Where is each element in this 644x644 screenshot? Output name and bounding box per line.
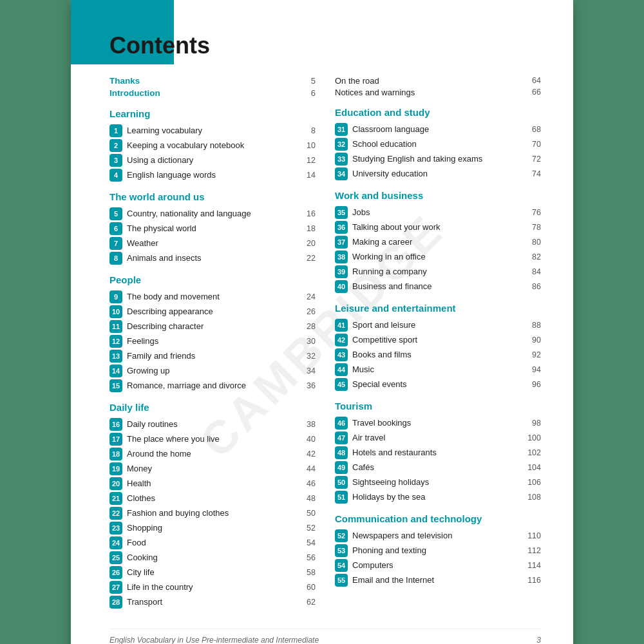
entry-row: 7Weather20 <box>109 236 316 251</box>
entry-row: 24Food54 <box>109 535 316 550</box>
entry-page: 62 <box>300 598 316 607</box>
entry-title: Studying English and taking exams <box>352 154 526 164</box>
entry-row: 25Cooking56 <box>109 550 316 565</box>
entry-number: 36 <box>335 221 348 234</box>
entry-row: 40Business and finance86 <box>335 279 541 294</box>
entry-number: 32 <box>335 138 348 151</box>
page-title: Contents <box>109 26 541 59</box>
entry-page: 106 <box>526 478 541 487</box>
entry-number: 37 <box>335 236 348 249</box>
entry-row: 42Competitive sport90 <box>335 332 541 347</box>
entry-page: 10 <box>300 141 316 150</box>
entry-title: Music <box>352 365 526 374</box>
entry-row: 41Sport and leisure88 <box>335 317 541 332</box>
entry-number: 6 <box>109 222 122 235</box>
entry-row: 45Special events96 <box>335 377 541 392</box>
entry-row: 13Family and friends32 <box>109 348 316 363</box>
entry-number: 1 <box>109 124 122 137</box>
entry-number: 10 <box>109 305 122 318</box>
entry-row: 8Animals and insects22 <box>109 251 316 265</box>
entry-number: 9 <box>109 290 122 303</box>
entry-title: Making a career <box>352 237 526 247</box>
entry-row: 19Money44 <box>109 461 316 476</box>
entry-page: 18 <box>300 224 316 233</box>
entry-page: 22 <box>300 254 316 263</box>
entry-number: 23 <box>109 522 122 535</box>
entry-number: 4 <box>109 169 122 182</box>
entry-page: 76 <box>526 208 541 217</box>
entry-title: Sport and leisure <box>352 320 526 330</box>
entry-title: Books and films <box>352 350 526 359</box>
entry-row: 28Transport62 <box>109 594 316 609</box>
entry-number: 55 <box>335 574 348 587</box>
entry-number: 42 <box>335 334 348 346</box>
entry-page: 32 <box>300 352 316 361</box>
entry-page: 58 <box>300 568 316 577</box>
section-header: Learning <box>109 108 316 119</box>
entry-page: 114 <box>526 561 541 570</box>
entry-row: 26City life58 <box>109 565 316 580</box>
entry-title: Describing character <box>127 321 300 331</box>
entry-number: 31 <box>335 123 348 136</box>
entry-title: Cooking <box>127 553 300 562</box>
entry-page: 104 <box>526 463 541 472</box>
entry-title: Around the home <box>127 449 300 459</box>
entry-page: 92 <box>526 350 541 359</box>
entry-title: English language words <box>127 170 300 180</box>
entry-title: Computers <box>352 560 526 570</box>
entry-title: Food <box>127 538 300 547</box>
entry-title: Weather <box>127 238 300 248</box>
entry-number: 12 <box>109 335 122 348</box>
entry-page: 26 <box>300 307 316 316</box>
entry-title: Describing appearance <box>127 307 300 316</box>
entry-row: 39Running a company84 <box>335 264 541 279</box>
entry-title: Classroom language <box>352 124 526 134</box>
entry-number: 53 <box>335 544 348 557</box>
entry-row: 21Clothes48 <box>109 491 316 506</box>
entry-row: 38Working in an office82 <box>335 249 541 264</box>
entry-page: 98 <box>526 419 541 428</box>
entry-row: 35Jobs76 <box>335 205 541 220</box>
entry-row: 17The place where you live40 <box>109 431 316 446</box>
entry-row: 54Computers114 <box>335 558 541 573</box>
entry-number: 22 <box>109 507 122 520</box>
entry-page: 86 <box>526 282 541 291</box>
entry-title: Life in the country <box>127 582 300 592</box>
entry-title: Special events <box>352 379 526 389</box>
entry-title: Email and the Internet <box>352 575 526 585</box>
entry-page: 40 <box>300 435 316 444</box>
entry-page: 34 <box>300 366 316 375</box>
entry-page: 70 <box>526 140 541 149</box>
entry-row: 33Studying English and taking exams72 <box>335 151 541 166</box>
entry-number: 27 <box>109 581 122 594</box>
entry-number: 39 <box>335 265 348 278</box>
entry-page: 112 <box>526 546 541 555</box>
entry-page: 116 <box>526 576 541 585</box>
entry-page: 16 <box>300 209 316 218</box>
entry-number: 41 <box>335 319 348 332</box>
right-column: On the road64Notices and warnings66Educa… <box>335 75 541 609</box>
entry-title: Clothes <box>127 493 300 503</box>
entry-number: 40 <box>335 280 348 293</box>
entry-page: 28 <box>300 322 316 331</box>
footer-page: 3 <box>536 636 541 644</box>
entry-title: Romance, marriage and divorce <box>127 381 300 390</box>
entry-row: 22Fashion and buying clothes50 <box>109 506 316 520</box>
entry-page: 46 <box>300 479 316 488</box>
entry-number: 2 <box>109 139 122 152</box>
entry-title: Feelings <box>127 336 300 346</box>
entry-page: 68 <box>526 125 541 134</box>
entry-title: Learning vocabulary <box>127 126 300 135</box>
entry-page: 96 <box>526 380 541 389</box>
entry-row: 36Talking about your work78 <box>335 220 541 234</box>
entry-number: 16 <box>109 418 122 431</box>
section-header: Daily life <box>109 402 316 413</box>
entry-title: Health <box>127 478 300 488</box>
entry-title: The place where you live <box>127 434 300 444</box>
entry-row: 1Learning vocabulary8 <box>109 123 316 138</box>
entry-title: Hotels and restaurants <box>352 448 526 457</box>
entry-number: 20 <box>109 477 122 490</box>
entry-row: 12Feelings30 <box>109 334 316 348</box>
entry-page: 102 <box>526 448 541 457</box>
entry-number: 35 <box>335 206 348 219</box>
